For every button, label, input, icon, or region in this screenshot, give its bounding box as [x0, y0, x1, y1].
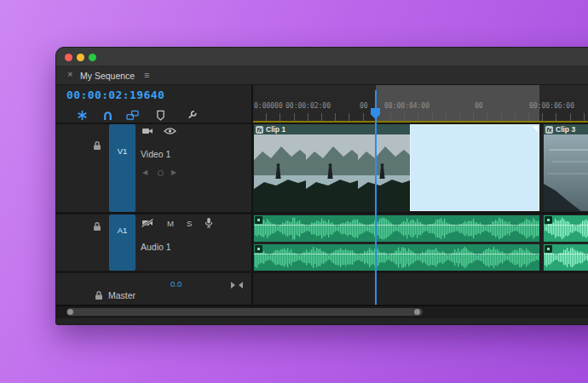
- audio-track-lock-button[interactable]: [93, 221, 101, 232]
- video-thumbnail: [254, 134, 306, 211]
- video-track-lock-button[interactable]: [93, 140, 101, 151]
- ruler-time-label: 00:00:02:00: [285, 102, 331, 110]
- track-divider: [56, 212, 588, 214]
- tab-my-sequence[interactable]: My Sequence: [80, 71, 135, 81]
- timeline-ruler[interactable]: 0:00000 00:00:02:00 00 00:00:04:00 00 00…: [252, 85, 588, 121]
- lock-icon: [95, 290, 103, 300]
- fx-badge-icon: fx: [256, 126, 263, 134]
- audio-waveform: [254, 244, 539, 271]
- audio-track-name: Audio 1: [141, 242, 171, 252]
- audio-clip-fx-badge: [545, 245, 552, 253]
- audio-track-target-a1[interactable]: A1: [109, 214, 135, 271]
- video-track-name: Video 1: [141, 149, 170, 159]
- audio-clip-3-right-channel[interactable]: [544, 244, 588, 271]
- ruler-time-label: 0:00000: [254, 102, 283, 110]
- traffic-light-minimize[interactable]: [77, 54, 84, 61]
- audio-clip-right-channel[interactable]: [254, 244, 539, 271]
- ruler-time-label: 00:00:06:00: [529, 102, 574, 110]
- clip-3-header: fx Clip 3: [544, 124, 588, 134]
- track-output-toggle[interactable]: [164, 127, 176, 135]
- solo-track-button[interactable]: S: [187, 219, 192, 228]
- audio-gain-line[interactable]: [254, 254, 539, 254]
- snap-button[interactable]: [101, 108, 114, 122]
- scrollbar-thumb[interactable]: [66, 308, 423, 316]
- next-keyframe-button[interactable]: ▶: [171, 169, 176, 176]
- audio-gain-line[interactable]: [544, 254, 588, 254]
- marker-icon: [156, 110, 165, 121]
- add-marker-button[interactable]: [153, 108, 167, 122]
- ruler-ticks: [252, 113, 588, 121]
- master-track-name: Master: [108, 290, 135, 300]
- timeline-settings-button[interactable]: [185, 108, 199, 122]
- scrollbar-zoom-handle-left[interactable]: [67, 309, 73, 315]
- audio-clip-fx-badge: [545, 216, 552, 224]
- scrollbar-zoom-handle-right[interactable]: [414, 309, 420, 315]
- fx-badge-icon: fx: [545, 126, 553, 134]
- add-keyframe-button[interactable]: [158, 170, 164, 176]
- video-thumbnail: [544, 134, 588, 211]
- video-thumbnail: [358, 134, 410, 211]
- microphone-icon: [205, 217, 213, 229]
- linked-selection-button[interactable]: [125, 108, 139, 122]
- panel-menu-icon[interactable]: ≡: [144, 70, 149, 80]
- panel-close-icon[interactable]: ×: [67, 69, 72, 79]
- linked-selection-icon: [126, 110, 139, 121]
- video-track-target-label: V1: [109, 146, 135, 156]
- audio-sync-lock-toggle[interactable]: [141, 219, 153, 227]
- window-titlebar[interactable]: [56, 48, 588, 66]
- audio-track-target-label: A1: [109, 226, 135, 235]
- inward-triangles-icon: [231, 282, 243, 289]
- audio-clip-fx-badge: [255, 245, 262, 253]
- nest-button[interactable]: [75, 108, 89, 122]
- ruler-time-label: 00: [360, 102, 368, 110]
- ruler-time-label: 00:00:04:00: [384, 102, 429, 110]
- mute-track-button[interactable]: M: [167, 219, 174, 228]
- nest-icon: [77, 110, 88, 121]
- lock-icon: [93, 140, 101, 151]
- snap-magnet-icon: [102, 110, 113, 121]
- clip-1-header: fx Clip 1: [254, 124, 410, 134]
- voiceover-record-button[interactable]: [205, 217, 213, 229]
- clip-out-point-marker: [532, 126, 538, 132]
- lock-icon: [93, 221, 101, 232]
- clip-1-label: Clip 1: [266, 125, 285, 134]
- audio-waveform: [254, 215, 539, 242]
- clip-1-thumbnails: [254, 134, 410, 211]
- audio-gain-line[interactable]: [544, 225, 588, 226]
- panel-tab-bar: × My Sequence ≡: [56, 66, 588, 85]
- master-keyframe-nav-button[interactable]: [231, 282, 243, 289]
- ruler-time-label: 00: [475, 102, 483, 110]
- audio-clip-3-left-channel[interactable]: [544, 215, 588, 242]
- timeline-clip-3[interactable]: fx Clip 3: [544, 124, 588, 211]
- video-camera-icon: [141, 127, 153, 135]
- audio-clip-fx-badge: [255, 216, 262, 224]
- traffic-light-close[interactable]: [65, 54, 72, 61]
- video-track-target-v1[interactable]: V1: [109, 124, 135, 212]
- eye-icon: [164, 127, 176, 135]
- playhead-line: [375, 90, 377, 305]
- clip-3-thumbnail: [544, 134, 588, 211]
- master-gain-value[interactable]: 0.0: [170, 279, 182, 289]
- timeline-clip-1[interactable]: fx Clip 1: [254, 124, 410, 211]
- camera-disabled-icon: [141, 219, 153, 227]
- audio-clip-left-channel[interactable]: [254, 215, 539, 242]
- timecode-display[interactable]: 00:00:02:19640: [66, 89, 164, 101]
- traffic-light-zoom[interactable]: [89, 54, 96, 61]
- video-thumbnail: [306, 134, 358, 211]
- prev-keyframe-button[interactable]: ◀: [142, 169, 147, 176]
- master-track-lock-button[interactable]: [95, 290, 103, 300]
- clip-3-label: Clip 3: [556, 125, 575, 134]
- wrench-icon: [187, 110, 198, 121]
- timeline-clip-2-selected[interactable]: [410, 124, 539, 211]
- track-divider: [56, 271, 588, 273]
- audio-gain-line[interactable]: [254, 225, 539, 226]
- desktop-background: × My Sequence ≡ 00:00:02:19640: [0, 0, 588, 383]
- app-window: × My Sequence ≡ 00:00:02:19640: [55, 47, 588, 325]
- sync-lock-toggle[interactable]: [141, 127, 153, 135]
- horizontal-scrollbar[interactable]: [56, 306, 588, 318]
